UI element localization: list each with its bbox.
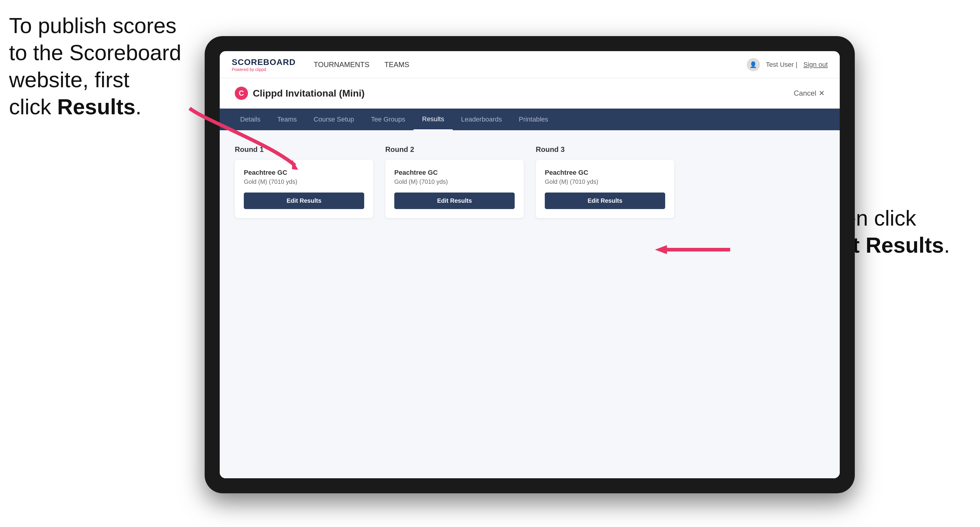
logo-text: SCOREBOARD: [232, 57, 296, 67]
nav-right: 👤 Test User | Sign out: [747, 58, 828, 71]
round-1-details: Gold (M) (7010 yds): [244, 178, 364, 185]
round-3-edit-button[interactable]: Edit Results: [545, 192, 665, 209]
logo-sub: Powered by clippd: [232, 67, 296, 72]
svg-marker-1: [655, 245, 667, 254]
tab-printables[interactable]: Printables: [510, 109, 557, 130]
edit-results-arrow: [646, 235, 736, 266]
round-3-details: Gold (M) (7010 yds): [545, 178, 665, 185]
sub-nav: Details Teams Course Setup Tee Groups Re…: [220, 109, 840, 130]
tab-leaderboards[interactable]: Leaderboards: [453, 109, 511, 130]
tab-results[interactable]: Results: [414, 109, 452, 130]
nav-teams[interactable]: TEAMS: [384, 60, 409, 69]
tab-course-setup[interactable]: Course Setup: [305, 109, 363, 130]
user-avatar: 👤: [747, 58, 760, 71]
round-3-title: Round 3: [536, 145, 674, 154]
tab-tee-groups[interactable]: Tee Groups: [363, 109, 414, 130]
nav-tournaments[interactable]: TOURNAMENTS: [313, 60, 369, 69]
instruction-left: To publish scores to the Scoreboard webs…: [9, 12, 181, 120]
content-area: C Clippd Invitational (Mini) Cancel ✕ De…: [220, 78, 840, 478]
rounds-grid: Round 1 Peachtree GC Gold (M) (7010 yds)…: [235, 145, 825, 218]
round-4-empty: [686, 145, 825, 218]
nav-links: TOURNAMENTS TEAMS: [313, 60, 746, 69]
round-3-column: Round 3 Peachtree GC Gold (M) (7010 yds)…: [536, 145, 674, 218]
round-2-title: Round 2: [385, 145, 524, 154]
close-icon: ✕: [819, 89, 825, 97]
round-1-edit-button[interactable]: Edit Results: [244, 192, 364, 209]
instruction-line3: website, first: [9, 68, 129, 92]
round-2-column: Round 2 Peachtree GC Gold (M) (7010 yds)…: [385, 145, 524, 218]
round-2-course: Peachtree GC: [394, 169, 515, 176]
instruction-line1: To publish scores: [9, 14, 177, 38]
results-arrow: [181, 96, 307, 176]
round-2-card: Peachtree GC Gold (M) (7010 yds) Edit Re…: [385, 160, 524, 218]
round-2-edit-button[interactable]: Edit Results: [394, 192, 515, 209]
round-3-course: Peachtree GC: [545, 169, 665, 176]
user-label: Test User |: [766, 61, 798, 68]
round-2-details: Gold (M) (7010 yds): [394, 178, 515, 185]
logo-area: SCOREBOARD Powered by clippd: [232, 57, 296, 72]
top-nav: SCOREBOARD Powered by clippd TOURNAMENTS…: [220, 51, 840, 78]
instruction-line2: to the Scoreboard: [9, 41, 181, 65]
round-3-card: Peachtree GC Gold (M) (7010 yds) Edit Re…: [536, 160, 674, 218]
sign-out-link[interactable]: Sign out: [803, 61, 828, 68]
cancel-button[interactable]: Cancel ✕: [794, 89, 825, 97]
instruction-line4: click Results.: [9, 95, 142, 119]
tablet-screen: SCOREBOARD Powered by clippd TOURNAMENTS…: [220, 51, 840, 478]
results-content: Round 1 Peachtree GC Gold (M) (7010 yds)…: [220, 130, 840, 478]
tournament-header: C Clippd Invitational (Mini) Cancel ✕: [220, 78, 840, 109]
